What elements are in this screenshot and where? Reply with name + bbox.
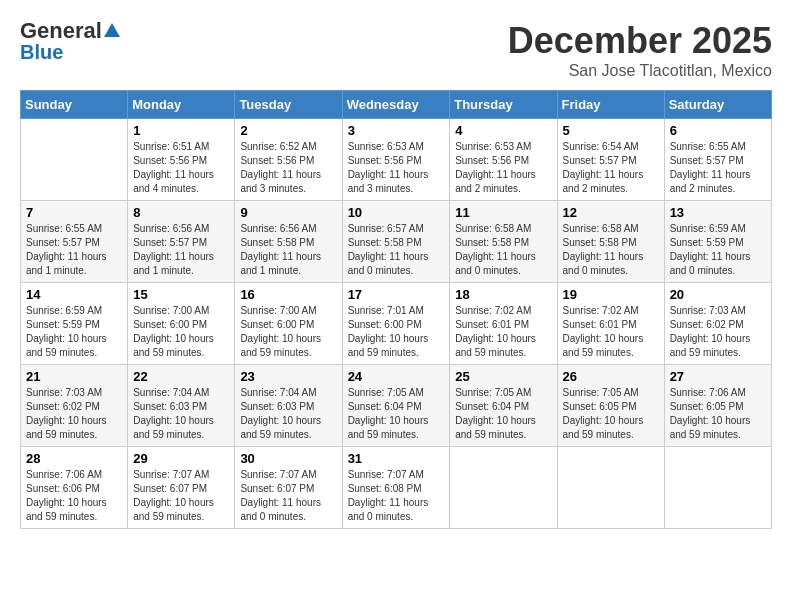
calendar-cell: 28Sunrise: 7:06 AMSunset: 6:06 PMDayligh… (21, 447, 128, 529)
day-number: 17 (348, 287, 445, 302)
main-title: December 2025 (508, 20, 772, 62)
calendar-cell: 7Sunrise: 6:55 AMSunset: 5:57 PMDaylight… (21, 201, 128, 283)
day-info: Sunrise: 6:53 AMSunset: 5:56 PMDaylight:… (455, 140, 551, 196)
day-info: Sunrise: 6:51 AMSunset: 5:56 PMDaylight:… (133, 140, 229, 196)
day-number: 10 (348, 205, 445, 220)
calendar-cell: 21Sunrise: 7:03 AMSunset: 6:02 PMDayligh… (21, 365, 128, 447)
header-wednesday: Wednesday (342, 91, 450, 119)
calendar-cell: 29Sunrise: 7:07 AMSunset: 6:07 PMDayligh… (128, 447, 235, 529)
day-info: Sunrise: 6:57 AMSunset: 5:58 PMDaylight:… (348, 222, 445, 278)
logo-blue: Blue (20, 42, 63, 62)
calendar-cell: 19Sunrise: 7:02 AMSunset: 6:01 PMDayligh… (557, 283, 664, 365)
day-number: 1 (133, 123, 229, 138)
week-row-5: 28Sunrise: 7:06 AMSunset: 6:06 PMDayligh… (21, 447, 772, 529)
calendar-cell: 8Sunrise: 6:56 AMSunset: 5:57 PMDaylight… (128, 201, 235, 283)
day-info: Sunrise: 7:07 AMSunset: 6:07 PMDaylight:… (240, 468, 336, 524)
day-info: Sunrise: 6:56 AMSunset: 5:58 PMDaylight:… (240, 222, 336, 278)
calendar-cell (664, 447, 771, 529)
page-header: General Blue December 2025 San Jose Tlac… (20, 20, 772, 80)
day-number: 22 (133, 369, 229, 384)
day-info: Sunrise: 7:03 AMSunset: 6:02 PMDaylight:… (26, 386, 122, 442)
day-number: 2 (240, 123, 336, 138)
calendar-cell: 12Sunrise: 6:58 AMSunset: 5:58 PMDayligh… (557, 201, 664, 283)
calendar-cell: 30Sunrise: 7:07 AMSunset: 6:07 PMDayligh… (235, 447, 342, 529)
calendar-cell: 26Sunrise: 7:05 AMSunset: 6:05 PMDayligh… (557, 365, 664, 447)
day-info: Sunrise: 7:05 AMSunset: 6:05 PMDaylight:… (563, 386, 659, 442)
week-row-4: 21Sunrise: 7:03 AMSunset: 6:02 PMDayligh… (21, 365, 772, 447)
day-info: Sunrise: 7:03 AMSunset: 6:02 PMDaylight:… (670, 304, 766, 360)
calendar-cell: 6Sunrise: 6:55 AMSunset: 5:57 PMDaylight… (664, 119, 771, 201)
day-info: Sunrise: 7:04 AMSunset: 6:03 PMDaylight:… (240, 386, 336, 442)
day-info: Sunrise: 6:52 AMSunset: 5:56 PMDaylight:… (240, 140, 336, 196)
header-tuesday: Tuesday (235, 91, 342, 119)
calendar-cell: 24Sunrise: 7:05 AMSunset: 6:04 PMDayligh… (342, 365, 450, 447)
day-info: Sunrise: 6:58 AMSunset: 5:58 PMDaylight:… (563, 222, 659, 278)
calendar-cell (450, 447, 557, 529)
calendar-cell: 25Sunrise: 7:05 AMSunset: 6:04 PMDayligh… (450, 365, 557, 447)
calendar-cell: 9Sunrise: 6:56 AMSunset: 5:58 PMDaylight… (235, 201, 342, 283)
day-info: Sunrise: 7:01 AMSunset: 6:00 PMDaylight:… (348, 304, 445, 360)
day-info: Sunrise: 6:58 AMSunset: 5:58 PMDaylight:… (455, 222, 551, 278)
calendar-cell: 23Sunrise: 7:04 AMSunset: 6:03 PMDayligh… (235, 365, 342, 447)
day-info: Sunrise: 7:07 AMSunset: 6:08 PMDaylight:… (348, 468, 445, 524)
calendar-cell: 13Sunrise: 6:59 AMSunset: 5:59 PMDayligh… (664, 201, 771, 283)
header-friday: Friday (557, 91, 664, 119)
day-number: 8 (133, 205, 229, 220)
calendar-cell: 4Sunrise: 6:53 AMSunset: 5:56 PMDaylight… (450, 119, 557, 201)
day-info: Sunrise: 7:06 AMSunset: 6:05 PMDaylight:… (670, 386, 766, 442)
day-number: 11 (455, 205, 551, 220)
calendar-cell (557, 447, 664, 529)
day-info: Sunrise: 7:07 AMSunset: 6:07 PMDaylight:… (133, 468, 229, 524)
day-number: 29 (133, 451, 229, 466)
day-number: 18 (455, 287, 551, 302)
calendar-cell: 1Sunrise: 6:51 AMSunset: 5:56 PMDaylight… (128, 119, 235, 201)
calendar-cell: 5Sunrise: 6:54 AMSunset: 5:57 PMDaylight… (557, 119, 664, 201)
day-info: Sunrise: 6:59 AMSunset: 5:59 PMDaylight:… (670, 222, 766, 278)
day-number: 19 (563, 287, 659, 302)
day-number: 4 (455, 123, 551, 138)
day-number: 5 (563, 123, 659, 138)
calendar-cell: 18Sunrise: 7:02 AMSunset: 6:01 PMDayligh… (450, 283, 557, 365)
day-number: 23 (240, 369, 336, 384)
header-sunday: Sunday (21, 91, 128, 119)
day-number: 3 (348, 123, 445, 138)
day-number: 31 (348, 451, 445, 466)
logo: General Blue (20, 20, 120, 62)
day-number: 28 (26, 451, 122, 466)
day-info: Sunrise: 7:02 AMSunset: 6:01 PMDaylight:… (563, 304, 659, 360)
logo-icon (104, 23, 120, 39)
logo-general: General (20, 20, 102, 42)
title-block: December 2025 San Jose Tlacotitlan, Mexi… (508, 20, 772, 80)
day-info: Sunrise: 6:55 AMSunset: 5:57 PMDaylight:… (670, 140, 766, 196)
subtitle: San Jose Tlacotitlan, Mexico (508, 62, 772, 80)
day-info: Sunrise: 6:59 AMSunset: 5:59 PMDaylight:… (26, 304, 122, 360)
header-thursday: Thursday (450, 91, 557, 119)
day-info: Sunrise: 7:06 AMSunset: 6:06 PMDaylight:… (26, 468, 122, 524)
header-monday: Monday (128, 91, 235, 119)
calendar-cell: 31Sunrise: 7:07 AMSunset: 6:08 PMDayligh… (342, 447, 450, 529)
svg-marker-0 (104, 23, 120, 37)
day-number: 27 (670, 369, 766, 384)
day-info: Sunrise: 7:00 AMSunset: 6:00 PMDaylight:… (240, 304, 336, 360)
day-number: 6 (670, 123, 766, 138)
calendar-table: SundayMondayTuesdayWednesdayThursdayFrid… (20, 90, 772, 529)
day-number: 16 (240, 287, 336, 302)
calendar-cell: 20Sunrise: 7:03 AMSunset: 6:02 PMDayligh… (664, 283, 771, 365)
day-number: 21 (26, 369, 122, 384)
day-number: 20 (670, 287, 766, 302)
day-number: 24 (348, 369, 445, 384)
day-info: Sunrise: 7:04 AMSunset: 6:03 PMDaylight:… (133, 386, 229, 442)
day-info: Sunrise: 6:55 AMSunset: 5:57 PMDaylight:… (26, 222, 122, 278)
day-info: Sunrise: 7:02 AMSunset: 6:01 PMDaylight:… (455, 304, 551, 360)
day-number: 9 (240, 205, 336, 220)
day-info: Sunrise: 6:53 AMSunset: 5:56 PMDaylight:… (348, 140, 445, 196)
day-info: Sunrise: 7:00 AMSunset: 6:00 PMDaylight:… (133, 304, 229, 360)
day-info: Sunrise: 6:56 AMSunset: 5:57 PMDaylight:… (133, 222, 229, 278)
calendar-cell: 15Sunrise: 7:00 AMSunset: 6:00 PMDayligh… (128, 283, 235, 365)
week-row-2: 7Sunrise: 6:55 AMSunset: 5:57 PMDaylight… (21, 201, 772, 283)
calendar-cell: 2Sunrise: 6:52 AMSunset: 5:56 PMDaylight… (235, 119, 342, 201)
calendar-cell: 14Sunrise: 6:59 AMSunset: 5:59 PMDayligh… (21, 283, 128, 365)
day-number: 13 (670, 205, 766, 220)
day-number: 15 (133, 287, 229, 302)
header-row: SundayMondayTuesdayWednesdayThursdayFrid… (21, 91, 772, 119)
